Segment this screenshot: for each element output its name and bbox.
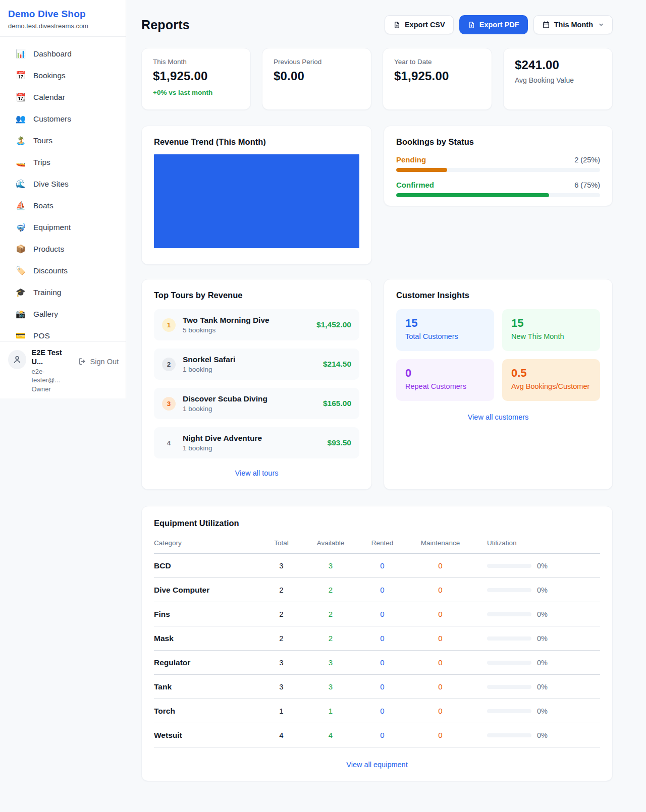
- sidebar-item-trips[interactable]: 🚤 Trips: [10, 151, 120, 173]
- user-icon: [12, 355, 22, 365]
- sidebar-item-discounts[interactable]: 🏷️ Discounts: [10, 260, 120, 281]
- sidebar-item-bookings[interactable]: 📅 Bookings: [10, 65, 120, 86]
- cell-utilization: 0%: [537, 634, 548, 643]
- sidebar-item-customers[interactable]: 👥 Customers: [10, 108, 120, 130]
- cell-available: 2: [305, 610, 356, 618]
- sign-out-button[interactable]: Sign Out: [78, 357, 119, 366]
- top-tours-title: Top Tours by Revenue: [154, 291, 359, 300]
- cell-maintenance: 0: [409, 561, 472, 570]
- sidebar-item-products[interactable]: 📦 Products: [10, 238, 120, 260]
- status-count-pending: 2 (25%): [574, 156, 600, 164]
- cell-utilization: 0%: [537, 586, 548, 594]
- table-row-bcd: BCD 3 3 0 0 0%: [154, 554, 600, 578]
- boats-icon: ⛵: [15, 202, 26, 210]
- sidebar-item-tours[interactable]: 🏝️ Tours: [10, 130, 120, 151]
- top-tours-card: Top Tours by Revenue 1 Two Tank Morning …: [141, 279, 372, 490]
- sidebar-item-gallery[interactable]: 📸 Gallery: [10, 303, 120, 325]
- sidebar-item-calendar[interactable]: 📆 Calendar: [10, 86, 120, 108]
- period-dropdown[interactable]: This Month: [533, 15, 613, 34]
- tour-name: Snorkel Safari: [183, 355, 235, 364]
- equipment-table: Category Total Available Rented Maintena…: [154, 537, 600, 747]
- sidebar-item-label: Boats: [33, 201, 53, 210]
- col-header-rented: Rented: [356, 539, 409, 547]
- customers-icon: 👥: [15, 115, 26, 123]
- sidebar-item-label: Trips: [33, 158, 50, 167]
- bookings-by-status-card: Bookings by Status Pending 2 (25%) Confi…: [384, 126, 613, 206]
- chevron-down-icon: [598, 22, 604, 28]
- revenue-trend-title: Revenue Trend (This Month): [154, 137, 359, 147]
- utilization-bar: [487, 709, 531, 713]
- sidebar-item-pos[interactable]: 💳 POS: [10, 325, 120, 341]
- rank-badge: 1: [162, 318, 176, 332]
- discounts-icon: 🏷️: [15, 267, 26, 275]
- tour-name: Night Dive Adventure: [183, 434, 262, 443]
- tour-name: Two Tank Morning Dive: [183, 316, 270, 325]
- main-content: Reports Export CSV Export PDF: [126, 0, 613, 781]
- sidebar-item-label: Dive Sites: [33, 180, 69, 189]
- revenue-trend-card: Revenue Trend (This Month): [141, 126, 372, 265]
- tile-new-this-month: 15 New This Month: [502, 309, 600, 351]
- cell-category: Mask: [154, 634, 257, 643]
- status-row-confirmed: Confirmed 6 (75%): [396, 181, 600, 189]
- page-header: Reports Export CSV Export PDF: [141, 15, 613, 34]
- tours-icon: 🏝️: [15, 137, 26, 145]
- tour-list-item[interactable]: 1 Two Tank Morning Dive 5 bookings $1,45…: [154, 309, 359, 340]
- sidebar-item-equipment[interactable]: 🤿 Equipment: [10, 216, 120, 238]
- cell-utilization: 0%: [537, 707, 548, 715]
- view-all-equipment-link[interactable]: View all equipment: [154, 761, 600, 769]
- cell-category: Tank: [154, 682, 257, 691]
- tour-bookings: 5 bookings: [183, 326, 270, 334]
- period-label: This Month: [554, 21, 593, 29]
- sidebar-item-label: Customers: [33, 114, 71, 124]
- cell-category: BCD: [154, 561, 257, 570]
- tile-total-customers: 15 Total Customers: [396, 309, 494, 351]
- tour-revenue: $165.00: [323, 399, 351, 408]
- cell-category: Torch: [154, 707, 257, 716]
- sidebar-item-label: Equipment: [33, 223, 71, 232]
- cell-available: 3: [305, 561, 356, 570]
- equipment-table-header: Category Total Available Rented Maintena…: [154, 537, 600, 554]
- sidebar-item-training[interactable]: 🎓 Training: [10, 281, 120, 303]
- cell-rented: 0: [356, 731, 409, 739]
- utilization-bar: [487, 661, 531, 665]
- tour-list-item[interactable]: 4 Night Dive Adventure 1 booking $93.50: [154, 427, 359, 458]
- sidebar-item-label: Gallery: [33, 310, 58, 319]
- cell-rented: 0: [356, 561, 409, 570]
- tour-list-item[interactable]: 3 Discover Scuba Diving 1 booking $165.0…: [154, 388, 359, 419]
- tile-value: 15: [511, 317, 591, 330]
- dive-sites-icon: 🌊: [15, 180, 26, 188]
- table-row-mask: Mask 2 2 0 0 0%: [154, 626, 600, 651]
- stat-value: $0.00: [274, 69, 360, 83]
- trips-icon: 🚤: [15, 158, 26, 166]
- sidebar-item-label: Discounts: [33, 266, 68, 275]
- cell-maintenance: 0: [409, 658, 472, 667]
- sign-out-icon: [78, 357, 87, 366]
- tour-list-item[interactable]: 2 Snorkel Safari 1 booking $214.50: [154, 349, 359, 380]
- cell-available: 1: [305, 707, 356, 715]
- user-email: e2e-tester@...: [32, 368, 73, 384]
- sidebar-item-dashboard[interactable]: 📊 Dashboard: [10, 43, 120, 65]
- sidebar-item-dive-sites[interactable]: 🌊 Dive Sites: [10, 173, 120, 195]
- stat-label: This Month: [153, 58, 239, 66]
- export-pdf-button[interactable]: Export PDF: [459, 15, 528, 34]
- cell-rented: 0: [356, 707, 409, 715]
- stat-card-year-to-date: Year to Date $1,925.00: [383, 48, 492, 110]
- stat-label: Previous Period: [274, 58, 360, 66]
- cell-total: 3: [257, 682, 305, 691]
- cell-maintenance: 0: [409, 610, 472, 618]
- stat-delta: +0% vs last month: [153, 89, 239, 96]
- cell-utilization: 0%: [537, 683, 548, 691]
- sidebar-item-boats[interactable]: ⛵ Boats: [10, 195, 120, 216]
- cell-total: 4: [257, 731, 305, 739]
- rank-badge: 4: [162, 436, 176, 450]
- stat-card-this-month: This Month $1,925.00 +0% vs last month: [141, 48, 251, 110]
- cell-total: 1: [257, 707, 305, 715]
- tile-label: New This Month: [511, 332, 591, 340]
- tile-avg-bookings-customer: 0.5 Avg Bookings/Customer: [502, 359, 600, 401]
- export-csv-button[interactable]: Export CSV: [385, 15, 454, 34]
- tour-name: Discover Scuba Diving: [183, 394, 267, 403]
- view-all-tours-link[interactable]: View all tours: [154, 469, 359, 477]
- tour-bookings: 1 booking: [183, 444, 262, 452]
- view-all-customers-link[interactable]: View all customers: [396, 413, 600, 421]
- avatar: [8, 350, 26, 369]
